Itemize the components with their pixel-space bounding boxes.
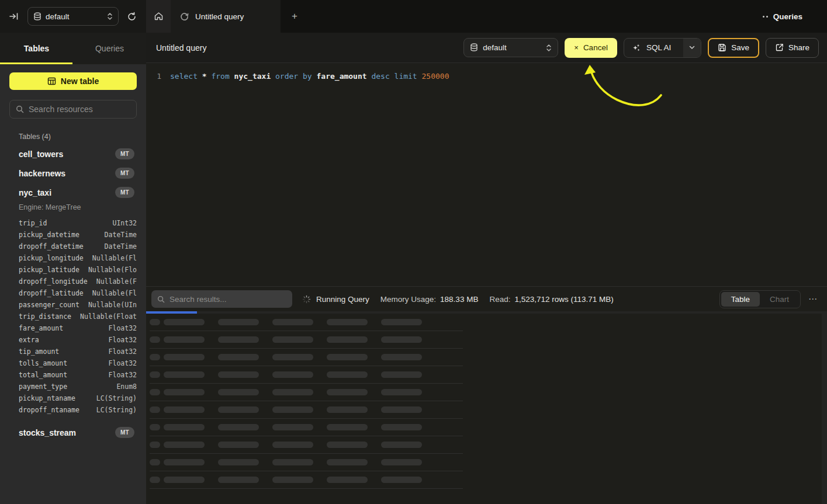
sidebar-tab-tables[interactable]: Tables <box>0 33 73 64</box>
column-row[interactable]: trip_distanceNullable(Float <box>19 311 137 322</box>
sparkles-icon <box>632 43 641 53</box>
skeleton-cell <box>218 371 259 378</box>
column-row[interactable]: tolls_amountFloat32 <box>19 357 137 369</box>
column-row[interactable]: payment_typeEnum8 <box>19 381 137 392</box>
column-type: Nullable(Fl <box>92 287 137 299</box>
more-options-button[interactable]: ⋯ <box>808 294 818 304</box>
column-row[interactable]: dropoff_longitudeNullable(F <box>19 276 137 287</box>
sql-ai-main[interactable]: SQL AI <box>624 39 679 57</box>
table-row-hackernews[interactable]: hackernews MT <box>9 164 137 183</box>
column-row[interactable]: pickup_ntanameLC(String) <box>19 392 137 404</box>
engine-badge: MT <box>115 187 134 198</box>
sidebar-tabs: Tables Queries <box>0 33 146 64</box>
column-name: dropoff_latitude <box>19 287 84 299</box>
skeleton-cell <box>381 371 422 378</box>
table-row-nyc-taxi[interactable]: nyc_taxi MT <box>9 183 137 202</box>
query-running-icon <box>180 12 189 21</box>
table-name: cell_towers <box>19 150 115 159</box>
chevron-updown-icon <box>546 44 552 52</box>
column-name: passenger_count <box>19 299 79 311</box>
results-search <box>151 290 292 308</box>
home-icon <box>154 12 164 21</box>
share-button[interactable]: Share <box>766 38 819 58</box>
refresh-icon[interactable] <box>127 12 137 22</box>
query-title: Untitled query <box>156 43 206 53</box>
column-row[interactable]: total_amountFloat32 <box>19 369 137 381</box>
read-label: Read: <box>489 295 510 304</box>
database-selector-value: default <box>46 12 103 21</box>
skeleton-cell <box>272 371 313 378</box>
skeleton-cell <box>218 477 259 483</box>
skeleton-cell <box>150 442 160 448</box>
skeleton-cell <box>381 336 422 343</box>
memory-label: Memory Usage: <box>380 295 436 304</box>
column-type: Float32 <box>109 346 137 357</box>
new-tab-button[interactable]: + <box>281 0 309 33</box>
column-row[interactable]: pickup_longitudeNullable(Fl <box>19 252 137 264</box>
sql-ai-dropdown[interactable] <box>683 39 701 57</box>
column-type: Nullable(UIn <box>88 299 137 311</box>
query-database-selector[interactable]: default <box>463 38 558 57</box>
column-row[interactable]: trip_idUInt32 <box>19 217 137 229</box>
tab-strip: Untitled query + Queries <box>146 0 827 33</box>
column-name: pickup_longitude <box>19 252 84 264</box>
skeleton-row <box>150 349 463 366</box>
view-toggle-chart[interactable]: Chart <box>760 292 799 307</box>
tab-untitled-query[interactable]: Untitled query <box>171 0 281 33</box>
skeleton-cell <box>327 406 368 413</box>
column-row[interactable]: pickup_latitudeNullable(Flo <box>19 264 137 276</box>
sql-editor[interactable]: 1 select * from nyc_taxi order by fare_a… <box>146 63 827 286</box>
column-name: dropoff_ntaname <box>19 404 79 416</box>
skeleton-cell <box>218 406 259 413</box>
skeleton-cell <box>272 336 313 343</box>
skeleton-cell <box>218 389 259 395</box>
skeleton-cell <box>150 371 160 378</box>
skeleton-cell <box>150 406 160 413</box>
query-header: Untitled query default <box>146 33 827 63</box>
new-table-button[interactable]: New table <box>9 72 137 90</box>
skeleton-cell <box>327 477 368 483</box>
skeleton-row <box>150 331 463 349</box>
table-row-stocks-stream[interactable]: stocks_stream MT <box>9 423 137 442</box>
skeleton-cell <box>164 319 205 325</box>
sidebar-search <box>9 100 137 119</box>
column-row[interactable]: fare_amountFloat32 <box>19 322 137 334</box>
column-row[interactable]: tip_amountFloat32 <box>19 346 137 357</box>
database-icon <box>33 12 41 21</box>
spinner-icon <box>302 295 311 304</box>
skeleton-cell <box>218 319 259 325</box>
search-resources-input[interactable] <box>29 105 130 114</box>
column-row[interactable]: dropoff_latitudeNullable(Fl <box>19 287 137 299</box>
column-row[interactable]: pickup_datetimeDateTime <box>19 229 137 241</box>
results-panel: Running Query Memory Usage: 188.33 MB Re… <box>146 286 827 504</box>
column-name: dropoff_datetime <box>19 241 84 252</box>
view-toggle: Table Chart <box>719 290 801 308</box>
column-type: Float32 <box>109 369 137 381</box>
column-row[interactable]: dropoff_datetimeDateTime <box>19 241 137 252</box>
skeleton-cell <box>164 354 205 360</box>
engine-badge: MT <box>115 168 134 179</box>
chevron-down-icon <box>689 46 695 50</box>
sidebar-tab-queries[interactable]: Queries <box>73 33 146 64</box>
column-row[interactable]: passenger_countNullable(UIn <box>19 299 137 311</box>
skeleton-cell <box>272 406 313 413</box>
skeleton-cell <box>327 336 368 343</box>
active-tab-underline <box>0 62 72 64</box>
skeleton-cell <box>218 354 259 360</box>
skeleton-cell <box>164 336 205 343</box>
view-toggle-table[interactable]: Table <box>721 292 760 307</box>
cancel-label: Cancel <box>583 43 608 52</box>
column-row[interactable]: dropoff_ntanameLC(String) <box>19 404 137 416</box>
sql-ai-button[interactable]: SQL AI <box>624 38 701 58</box>
table-row-cell-towers[interactable]: cell_towers MT <box>9 144 137 164</box>
column-row[interactable]: extraFloat32 <box>19 334 137 346</box>
skeleton-row <box>150 419 463 436</box>
collapse-sidebar-icon[interactable] <box>9 12 19 20</box>
database-selector[interactable]: default <box>27 7 119 26</box>
save-button[interactable]: Save <box>708 38 759 58</box>
topbar-queries-link[interactable]: Queries <box>751 0 827 33</box>
cancel-button[interactable]: × Cancel <box>565 38 617 58</box>
home-tab-button[interactable] <box>146 0 171 33</box>
column-name: total_amount <box>19 369 67 381</box>
search-results-input[interactable] <box>169 295 286 304</box>
